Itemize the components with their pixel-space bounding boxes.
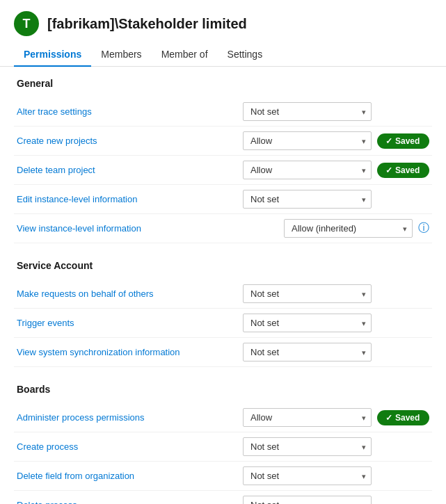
permission-label[interactable]: Delete field from organization xyxy=(17,471,237,481)
tab-settings[interactable]: Settings xyxy=(218,43,273,67)
permission-row: Administer process permissionsNot setAll… xyxy=(14,403,432,432)
permission-select[interactable]: Not setAllowDenyAllow (inherited) xyxy=(243,131,372,150)
permission-select-wrapper: Not setAllowDenyAllow (inherited)▾ xyxy=(243,496,372,504)
permission-row: Delete team projectNot setAllowDenyAllow… xyxy=(14,156,432,185)
permission-select-wrapper: Not setAllowDenyAllow (inherited)▾ xyxy=(243,190,372,209)
permission-select-wrapper: Not setAllowDenyAllow (inherited)▾ xyxy=(243,284,372,303)
tab-members[interactable]: Members xyxy=(91,43,151,67)
permission-select[interactable]: Not setAllowDenyAllow (inherited) xyxy=(243,343,372,361)
section-service-account: Service AccountMake requests on behalf o… xyxy=(14,260,432,367)
check-icon: ✓ xyxy=(385,165,392,175)
avatar: T xyxy=(14,11,39,36)
permission-select[interactable]: Not setAllowDenyAllow (inherited) xyxy=(243,496,372,504)
permission-select-wrapper: Not setAllowDenyAllow (inherited)▾ xyxy=(243,343,372,361)
permission-label[interactable]: View system synchronization information xyxy=(17,347,237,357)
page-title: [fabrikam]\Stakeholder limited xyxy=(47,16,247,32)
permissions-content: GeneralAlter trace settingsNot setAllowD… xyxy=(0,67,446,504)
permission-row: Alter trace settingsNot setAllowDenyAllo… xyxy=(14,97,432,127)
saved-badge: ✓Saved xyxy=(377,163,429,178)
permission-row: View system synchronization informationN… xyxy=(14,338,432,367)
permission-select-wrapper: Not setAllowDenyAllow (inherited)▾ xyxy=(243,161,372,179)
permission-select[interactable]: Not setAllowDenyAllow (inherited) xyxy=(243,284,372,303)
permission-select[interactable]: Not setAllowDenyAllow (inherited) xyxy=(243,437,372,456)
permission-row: Trigger eventsNot setAllowDenyAllow (inh… xyxy=(14,309,432,338)
tab-bar: PermissionsMembersMember ofSettings xyxy=(0,43,446,67)
permission-label[interactable]: Delete team project xyxy=(17,165,237,175)
permission-select[interactable]: Not setAllowDenyAllow (inherited) xyxy=(284,219,413,238)
permission-select[interactable]: Not setAllowDenyAllow (inherited) xyxy=(243,161,372,179)
permission-select[interactable]: Not setAllowDenyAllow (inherited) xyxy=(243,466,372,485)
permission-select[interactable]: Not setAllowDenyAllow (inherited) xyxy=(243,190,372,209)
permission-row: Make requests on behalf of othersNot set… xyxy=(14,279,432,309)
page-header: T [fabrikam]\Stakeholder limited xyxy=(0,0,446,43)
tab-permissions[interactable]: Permissions xyxy=(14,43,91,67)
permission-row: Edit instance-level informationNot setAl… xyxy=(14,185,432,214)
permission-select[interactable]: Not setAllowDenyAllow (inherited) xyxy=(243,314,372,332)
saved-badge: ✓Saved xyxy=(377,410,429,425)
permission-row: Create new projectsNot setAllowDenyAllow… xyxy=(14,127,432,156)
permission-row: Delete field from organizationNot setAll… xyxy=(14,462,432,491)
permission-row: Create processNot setAllowDenyAllow (inh… xyxy=(14,432,432,462)
saved-label: Saved xyxy=(395,136,420,146)
permission-select[interactable]: Not setAllowDenyAllow (inherited) xyxy=(243,408,372,427)
saved-label: Saved xyxy=(395,413,420,423)
section-title: Service Account xyxy=(14,260,432,271)
section-title: General xyxy=(14,78,432,89)
section-general: GeneralAlter trace settingsNot setAllowD… xyxy=(14,78,432,243)
check-icon: ✓ xyxy=(385,136,392,146)
section-title: Boards xyxy=(14,384,432,395)
tab-member-of[interactable]: Member of xyxy=(152,43,218,67)
permission-select[interactable]: Not setAllowDenyAllow (inherited) xyxy=(243,102,372,121)
permission-select-wrapper: Not setAllowDenyAllow (inherited)▾ xyxy=(243,131,372,150)
permission-label[interactable]: Edit instance-level information xyxy=(17,194,237,204)
permission-label[interactable]: Administer process permissions xyxy=(17,412,237,423)
permission-row: View instance-level informationNot setAl… xyxy=(14,214,432,243)
permission-label[interactable]: View instance-level information xyxy=(17,223,278,234)
permission-label[interactable]: Create new projects xyxy=(17,136,237,146)
permission-label[interactable]: Alter trace settings xyxy=(17,106,237,117)
saved-badge: ✓Saved xyxy=(377,133,429,149)
permission-label[interactable]: Create process xyxy=(17,441,237,452)
permission-label[interactable]: Trigger events xyxy=(17,318,237,328)
saved-label: Saved xyxy=(395,165,420,175)
permission-select-wrapper: Not setAllowDenyAllow (inherited)▾ xyxy=(243,437,372,456)
permission-select-wrapper: Not setAllowDenyAllow (inherited)▾ xyxy=(243,408,372,427)
permission-select-wrapper: Not setAllowDenyAllow (inherited)▾ xyxy=(243,314,372,332)
permission-label[interactable]: Make requests on behalf of others xyxy=(17,288,237,299)
check-icon: ✓ xyxy=(385,413,392,423)
permission-select-wrapper: Not setAllowDenyAllow (inherited)▾ xyxy=(243,102,372,121)
permission-select-wrapper: Not setAllowDenyAllow (inherited)▾ xyxy=(243,466,372,485)
section-boards: BoardsAdminister process permissionsNot … xyxy=(14,384,432,504)
permission-label[interactable]: Delete process xyxy=(17,500,237,504)
info-icon[interactable]: ⓘ xyxy=(418,221,429,236)
permission-select-wrapper: Not setAllowDenyAllow (inherited)▾ xyxy=(284,219,413,238)
permission-row: Delete processNot setAllowDenyAllow (inh… xyxy=(14,491,432,504)
